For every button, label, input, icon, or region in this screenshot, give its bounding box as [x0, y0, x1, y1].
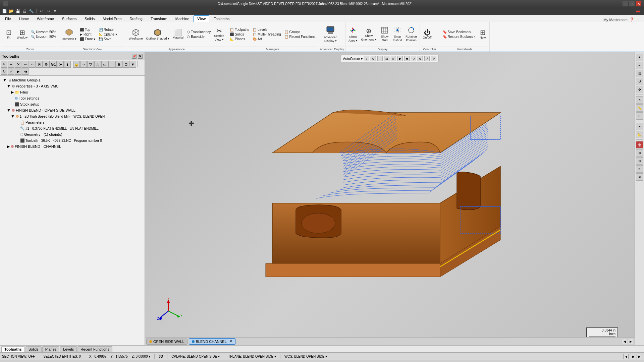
tab-model-prep[interactable]: Model Prep — [99, 15, 125, 22]
tp-info-btn[interactable]: ℹ — [64, 61, 71, 68]
tab-surfaces[interactable]: Surfaces — [58, 15, 80, 22]
tab-file[interactable]: File — [1, 15, 15, 22]
rt-planes[interactable]: 📐 — [636, 131, 643, 138]
right-button[interactable]: ▶ Right — [78, 32, 97, 37]
tp-copy-btn[interactable]: ⎘ — [36, 61, 43, 68]
recent-functions-button[interactable]: 📋 Recent Functions — [283, 35, 317, 39]
qat-new[interactable]: 📄 — [1, 8, 7, 14]
expand-icon[interactable]: ⋮ — [636, 17, 640, 22]
tab-home[interactable]: Home — [15, 15, 33, 22]
levels-mgr-button[interactable]: 📋 Levels — [251, 27, 282, 32]
tp-lock-btn[interactable]: 🔒 — [73, 61, 80, 68]
restore-bookmark-button[interactable]: 🔖 Restore Bookmark — [441, 35, 477, 39]
autocursor-label[interactable]: AutoCursor ▾ — [343, 57, 363, 61]
panel-pin-button[interactable]: 📌 — [132, 54, 137, 59]
tp-edit-btn[interactable]: ✏ — [22, 61, 29, 68]
tp-verify-btn[interactable]: ✓ — [8, 68, 14, 75]
status-nav-rec[interactable]: ⏺ — [630, 354, 635, 359]
btab-planes[interactable]: Planes — [42, 346, 60, 352]
save-view-button[interactable]: 💾 Save — [97, 37, 118, 41]
art-mgr-button[interactable]: 🎨 Art — [251, 37, 282, 41]
ac-btn3[interactable]: ◌ — [377, 56, 383, 61]
panel-close-button[interactable]: ✕ — [138, 54, 143, 59]
vp-scroll-right[interactable]: ▶ — [628, 339, 633, 344]
backside-button[interactable]: ⬡ Backside — [185, 35, 212, 39]
tree-geometry[interactable]: ▶ ⬡ Geometry - (1) chain(s) — [1, 131, 143, 137]
rt-extra1[interactable]: ⊕ — [636, 149, 643, 157]
ac-btn11[interactable]: ↻ — [431, 56, 436, 61]
cplane-button[interactable]: 📐 Cplane ▾ — [97, 32, 118, 37]
close-button[interactable]: ✕ — [636, 1, 641, 6]
tab-view[interactable]: View — [194, 15, 209, 22]
tree-tool-settings[interactable]: ▶ ⚙ Tool settings — [1, 95, 143, 101]
show-grid-button[interactable]: ShowGrid — [379, 26, 391, 43]
qat-undo[interactable]: ↩ — [39, 8, 45, 14]
tp-dash-btn[interactable]: – — [108, 61, 115, 68]
rt-section[interactable]: ✂ — [636, 123, 643, 130]
vp-tab-open-side-wall[interactable]: OPEN SIDE WALL — [146, 339, 187, 345]
status-wcs[interactable]: WCS: BLEND OPEN SIDE ▾ — [284, 355, 327, 358]
planes-mgr-button[interactable]: 📐 Planes — [228, 37, 251, 41]
rt-fit-all[interactable]: ⊡ — [636, 70, 643, 77]
rt-extra3[interactable]: ≡ — [636, 165, 643, 173]
tree-op1[interactable]: ▼ ⚙ 1 - 2D High Speed (2D Blend Mil) - [… — [1, 113, 143, 119]
groups-mgr-button[interactable]: 📋 Groups — [283, 30, 317, 34]
tp-select-btn[interactable]: ↖ — [1, 61, 7, 68]
rt-pan[interactable]: ✥ — [636, 86, 643, 93]
vp-scroll-left[interactable]: ◀ — [622, 339, 627, 344]
status-nav-back[interactable]: ◀ — [623, 354, 629, 359]
wireframe-button[interactable]: Wireframe — [127, 28, 144, 41]
material-button[interactable]: ⬜ Material — [171, 28, 185, 40]
tp-wave2-btn[interactable]: 〰 — [80, 61, 87, 68]
qat-print[interactable]: 🖨 — [21, 8, 28, 14]
ac-btn5[interactable]: ▷ — [391, 56, 396, 61]
viewport[interactable]: ✚ AutoCursor ▾ ↕ ⊙ ◌ ⊡ ▷ ▶ ◆ ◇ ⊕ ↺ ↻ — [145, 52, 635, 345]
ac-btn1[interactable]: ↕ — [364, 56, 369, 61]
top-button[interactable]: ⬛ Top — [78, 27, 97, 32]
tp-dropdown-btn[interactable]: ▼ — [129, 61, 136, 68]
unzoom80-button[interactable]: 🔍 Unzoom 80% — [30, 35, 57, 39]
minimize-button[interactable]: ─ — [3, 1, 8, 6]
tp-g1-btn[interactable]: G1 — [50, 61, 57, 68]
translucency-button[interactable]: ⬡ Translucency — [185, 30, 212, 34]
tp-param-btn[interactable]: ⚙ — [43, 61, 50, 68]
help-icon[interactable]: ❓ — [630, 17, 634, 22]
btab-toolpaths[interactable]: Toolpaths — [1, 346, 25, 352]
tp-wave-btn[interactable]: 〰 — [29, 61, 36, 68]
rt-measure[interactable]: 📏 — [636, 104, 643, 112]
ac-btn10[interactable]: ↺ — [424, 56, 430, 61]
rt-delete[interactable]: 🗑 — [636, 141, 643, 148]
vp-tab-blend-channel[interactable]: BLEND CHANNEL ✕ — [189, 338, 235, 345]
show-gnomons-button[interactable]: ⊕ ShowGnomons ▾ — [360, 27, 378, 42]
ac-btn7[interactable]: ◆ — [404, 56, 410, 61]
qat-open[interactable]: 📂 — [8, 8, 14, 14]
snap-to-grid-button[interactable]: Snapto Grid — [391, 26, 404, 43]
rotation-position-button[interactable]: RotationPosition — [404, 26, 418, 43]
btab-recent-functions[interactable]: Recent Functions — [77, 346, 112, 352]
status-cplane[interactable]: CPLANE: BLEND OPEN SIDE ▾ — [171, 355, 220, 358]
ac-btn9[interactable]: ⊕ — [418, 56, 423, 61]
tp-rect-btn[interactable]: ▭ — [101, 61, 108, 68]
tp-simulate-btn[interactable]: ▶ — [15, 68, 21, 75]
new-viewsheet-button[interactable]: ⊞ New — [477, 28, 488, 40]
tp-move-btn[interactable]: ⊕ — [115, 61, 122, 68]
rt-rotate[interactable]: ↺ — [636, 78, 643, 85]
rt-select[interactable]: ↖ — [636, 96, 643, 104]
minimize-button[interactable]: ─ — [623, 1, 628, 6]
tree-finish-blend-open[interactable]: ▼ ⚙ FINISH BLEND - OPEN SIDE WALL — [1, 107, 143, 113]
tp-delete-btn[interactable]: ✕ — [15, 61, 21, 68]
tree-endmill[interactable]: ▶ 🔧 #1 - 0.3750 FLAT ENDMILL - 3/8 FLAT … — [1, 125, 143, 131]
tree-parameters[interactable]: ▶ 📋 Parameters — [1, 119, 143, 125]
status-nav-fwd[interactable]: ▶ — [637, 354, 642, 359]
tp-triangle-btn[interactable]: △ — [94, 61, 101, 68]
tp-regen-btn[interactable]: ↻ — [1, 68, 7, 75]
tp-filter-btn[interactable]: ▽ — [87, 61, 94, 68]
qat-save[interactable]: 💾 — [15, 8, 21, 14]
rotate-button[interactable]: 🔄 Rotate — [97, 27, 118, 32]
show-axes-button[interactable]: ShowAxes ▾ — [347, 25, 359, 43]
btab-levels[interactable]: Levels — [60, 346, 77, 352]
tp-bracket-btn[interactable]: ⊡ — [122, 61, 129, 68]
tp-arrow-btn[interactable]: ➤ — [57, 61, 64, 68]
tab-toolpaths[interactable]: Toolpaths — [210, 15, 233, 22]
qat-redo[interactable]: ↪ — [45, 8, 51, 14]
